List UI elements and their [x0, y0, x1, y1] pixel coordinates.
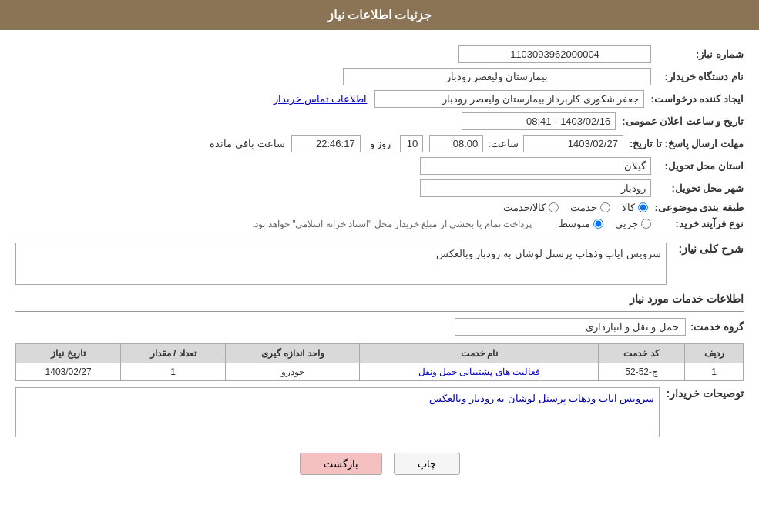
- mohlat-baqi-label: ساعت باقی مانده: [210, 138, 284, 149]
- services-table: ردیف کد خدمت نام خدمت واحد اندازه گیری ت…: [15, 343, 744, 381]
- shahr-label: شهر محل تحویل:: [651, 182, 744, 194]
- nooh-label: نوع فرآیند خرید:: [651, 218, 744, 229]
- sharh-label: شرح کلی نیاز:: [667, 243, 744, 255]
- group-value: حمل و نقل و انبارداری: [455, 318, 686, 336]
- ostan-label: استان محل تحویل:: [651, 160, 744, 172]
- shomara-niaz-label: شماره نیاز:: [651, 49, 744, 60]
- nooh-option-motavaset[interactable]: متوسط: [559, 218, 603, 229]
- col-name: نام خدمت: [360, 344, 599, 363]
- creator-value: جعفر شکوری کاربرداز بیمارستان ولیعصر رود…: [374, 90, 644, 108]
- desc-buyer-label: توصیحات خریدار:: [660, 387, 744, 400]
- cell-count: 1: [121, 363, 226, 381]
- page-title: جزئیات اطلاعات نیاز: [327, 8, 432, 22]
- service-info-title: اطلاعات خدمات مورد نیاز: [15, 293, 744, 305]
- mohlat-countdown: 22:46:17: [291, 135, 361, 152]
- name-dastgah-value: بیمارستان ولیعصر رودبار: [343, 68, 651, 85]
- cell-unit: خودرو: [226, 363, 360, 381]
- button-bar: چاپ بازگشت: [15, 453, 744, 475]
- col-date: تاریخ نیاز: [16, 344, 121, 363]
- cell-name[interactable]: فعالیت های پشتیبانی حمل ونقل: [360, 363, 599, 381]
- nooh-radio-group: جزیی متوسط: [559, 218, 651, 229]
- mohlat-label: مهلت ارسال پاسخ: تا تاریخ:: [623, 138, 744, 149]
- mohlat-rooz-val: 10: [400, 135, 423, 152]
- tabaqeh-label: طبقه بندی موضوعی:: [648, 202, 744, 213]
- cell-date: 1403/02/27: [16, 363, 121, 381]
- creator-label: ایجاد کننده درخواست:: [644, 93, 744, 105]
- col-unit: واحد اندازه گیری: [226, 344, 360, 363]
- tarikh-aalan-label: تاریخ و ساعت اعلان عمومی:: [616, 115, 744, 127]
- ostan-value: گیلان: [420, 157, 651, 175]
- tabaqeh-option-kala-khedmat[interactable]: کالا/خدمت: [503, 202, 559, 213]
- group-label: گروه خدمت:: [690, 321, 744, 333]
- desc-buyer-value: سرویس ایاب وذهاب پرسنل لوشان به رودبار و…: [15, 387, 660, 437]
- contact-link[interactable]: اطلاعات تماس خریدار: [274, 93, 367, 105]
- shomara-niaz-value: 1103093962000004: [458, 45, 651, 63]
- mohlat-date: 1403/02/27: [523, 135, 623, 152]
- nooh-note: پرداخت تمام یا بخشی از مبلغ خریداز محل "…: [252, 219, 532, 229]
- cell-kod: ج-52-52: [599, 363, 685, 381]
- print-button[interactable]: چاپ: [394, 453, 460, 475]
- tabaqeh-option-kala[interactable]: کالا: [622, 202, 648, 213]
- sharh-value: سرویس ایاب وذهاب پرسنل لوشان به رودبار و…: [15, 243, 667, 285]
- mohlat-saat: 08:00: [429, 135, 483, 152]
- nooh-option-jozi[interactable]: جزیی: [615, 218, 651, 229]
- back-button[interactable]: بازگشت: [300, 453, 382, 475]
- col-radif: ردیف: [685, 344, 744, 363]
- services-table-container: ردیف کد خدمت نام خدمت واحد اندازه گیری ت…: [15, 343, 744, 381]
- tabaqeh-option-khedmat[interactable]: خدمت: [570, 202, 610, 213]
- page-header: جزئیات اطلاعات نیاز: [0, 0, 759, 30]
- tabaqeh-radio-group: کالا خدمت کالا/خدمت: [503, 202, 649, 213]
- cell-radif: 1: [685, 363, 744, 381]
- table-row: 1 ج-52-52 فعالیت های پشتیبانی حمل ونقل خ…: [16, 363, 744, 381]
- mohlat-rooz-label: روز و: [370, 138, 391, 149]
- col-count: تعداد / مقدار: [121, 344, 226, 363]
- tarikh-aalan-value: 1403/02/16 - 08:41: [462, 112, 616, 130]
- name-dastgah-label: نام دستگاه خریدار:: [651, 71, 744, 82]
- shahr-value: رودبار: [420, 179, 651, 197]
- mohlat-saat-label: ساعت:: [488, 138, 519, 149]
- col-kod: کد خدمت: [599, 344, 685, 363]
